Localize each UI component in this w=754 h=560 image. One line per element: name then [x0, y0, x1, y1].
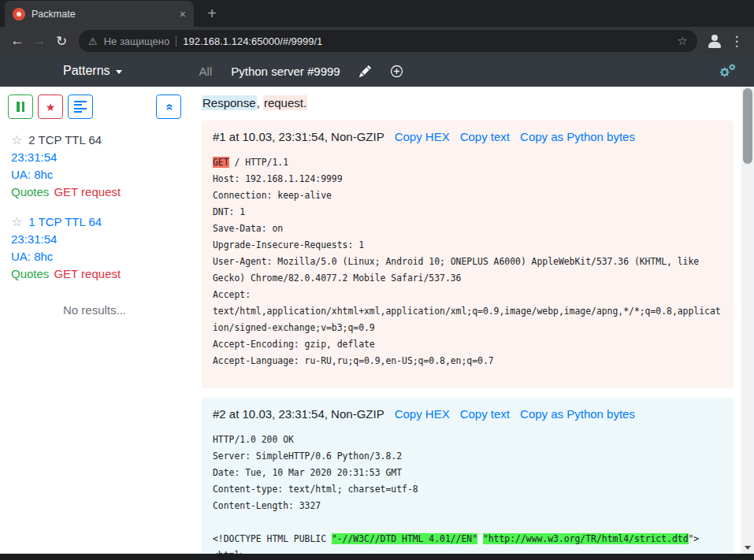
- legend-request: request.: [263, 95, 307, 110]
- packet-body: GET / HTTP/1.1 Host: 192.168.1.124:9999 …: [213, 154, 724, 369]
- copy-action-link[interactable]: Copy HEX: [395, 406, 450, 422]
- pattern-match-green: "-//W3C//DTD HTML 4.01//EN": [332, 533, 477, 544]
- legend: Response, request.: [202, 95, 734, 111]
- pencil-icon: [359, 65, 371, 77]
- favorite-toggle-star-icon[interactable]: ☆: [11, 134, 22, 146]
- bookmark-star-icon[interactable]: ☆: [678, 34, 688, 48]
- triangle-down-icon: [745, 546, 751, 550]
- browser-window: Packmate × + ← → ↻ ⚠ Не защищено 192.168…: [0, 0, 754, 560]
- packet-body: HTTP/1.0 200 OK Server: SimpleHTTP/0.6 P…: [213, 432, 724, 554]
- settings-button[interactable]: [718, 63, 737, 79]
- not-secure-label[interactable]: Не защищено: [104, 35, 170, 47]
- copy-action-link[interactable]: Copy as Python bytes: [520, 406, 635, 422]
- copy-action-link[interactable]: Copy HEX: [395, 128, 450, 145]
- address-bar[interactable]: ⚠ Не защищено 192.168.1.124:65000/#/9999…: [79, 30, 697, 52]
- capture-title[interactable]: 2 TCP TTL 64: [28, 132, 102, 149]
- copy-action-link[interactable]: Copy text: [460, 406, 510, 422]
- service-tabs: All Python server #9999: [199, 65, 403, 78]
- capture-title-row: ☆1 TCP TTL 64: [11, 213, 178, 231]
- packet-card-request: #1 at 10.03, 23:31:54, Non-GZIPCopy HEXC…: [202, 121, 734, 388]
- scrollbar-thumb[interactable]: [743, 88, 752, 164]
- star-icon: ★: [46, 102, 56, 113]
- patterns-dropdown[interactable]: Patterns: [63, 64, 122, 78]
- collapse-sidebar-button[interactable]: »: [156, 95, 181, 119]
- sidebar: ★ » ☆2 TCP TTL 6423:31:54UA: 8hcQuotesGE…: [0, 87, 189, 554]
- scroll-down-button[interactable]: [741, 541, 754, 554]
- copy-action-link[interactable]: Copy text: [460, 128, 510, 145]
- forward-button[interactable]: →: [28, 30, 50, 52]
- scrollbar[interactable]: [741, 87, 754, 554]
- omnibox-divider: [176, 35, 176, 46]
- legend-separator: ,: [257, 96, 263, 109]
- capture-list: ☆2 TCP TTL 6423:31:54UA: 8hcQuotesGET re…: [0, 119, 189, 283]
- pattern-tag: GET request: [54, 185, 121, 198]
- back-button[interactable]: ←: [6, 30, 28, 52]
- url-text[interactable]: 192.168.1.124:65000/#/9999/1: [183, 35, 670, 47]
- capture-title[interactable]: 1 TCP TTL 64: [28, 213, 102, 231]
- edit-service-button[interactable]: [359, 65, 371, 77]
- packet-list: #1 at 10.03, 23:31:54, Non-GZIPCopy HEXC…: [202, 121, 734, 554]
- packet-head: #2 at 10.03, 23:31:54, Non-GZIPCopy HEXC…: [213, 406, 724, 422]
- tab-close-icon[interactable]: ×: [180, 9, 186, 20]
- avatar-icon: [707, 33, 722, 49]
- capture-time-link[interactable]: 23:31:54: [11, 149, 178, 166]
- packet-head: #1 at 10.03, 23:31:54, Non-GZIPCopy HEXC…: [213, 128, 724, 145]
- capture-list-item[interactable]: ☆2 TCP TTL 6423:31:54UA: 8hcQuotesGET re…: [11, 132, 178, 201]
- window-bottom-edge: [0, 554, 754, 560]
- list-icon: [74, 101, 87, 113]
- tab-current-service[interactable]: Python server #9999: [231, 65, 340, 78]
- favorite-toggle-star-icon[interactable]: ☆: [11, 216, 22, 228]
- packet-header-label: #1 at 10.03, 23:31:54, Non-GZIP: [213, 128, 384, 145]
- add-service-button[interactable]: [390, 65, 403, 78]
- pattern-tag: Quotes: [11, 267, 49, 280]
- browser-tab[interactable]: Packmate ×: [5, 1, 194, 27]
- sidebar-toolbar: ★ »: [0, 95, 189, 119]
- settings-gears-icon: [718, 63, 737, 79]
- capture-list-item[interactable]: ☆1 TCP TTL 6423:31:54UA: 8hcQuotesGET re…: [11, 213, 178, 283]
- reload-button[interactable]: ↻: [50, 30, 72, 52]
- capture-user-agent-link[interactable]: UA: 8hc: [11, 248, 178, 265]
- pattern-tag: Quotes: [11, 185, 49, 198]
- packet-header-label: #2 at 10.03, 23:31:54, Non-GZIP: [213, 406, 384, 422]
- double-chevron-up-icon: »: [162, 103, 175, 110]
- pattern-match-red: GET: [213, 157, 229, 168]
- browser-toolbar: ← → ↻ ⚠ Не защищено 192.168.1.124:65000/…: [0, 27, 754, 55]
- packet-card-response: #2 at 10.03, 23:31:54, Non-GZIPCopy HEXC…: [202, 398, 734, 554]
- pause-icon: [17, 102, 24, 112]
- not-secure-warning-icon[interactable]: ⚠: [88, 35, 98, 47]
- profile-button[interactable]: [704, 30, 726, 52]
- pattern-match-green: "http://www.w3.org/TR/html4/strict.dtd: [483, 533, 689, 544]
- pattern-tag: GET request: [54, 267, 121, 280]
- packet-view: Response, request. #1 at 10.03, 23:31:54…: [189, 87, 741, 554]
- copy-action-link[interactable]: Copy as Python bytes: [520, 128, 635, 145]
- caret-down-icon: [116, 70, 122, 74]
- new-tab-button[interactable]: +: [200, 2, 224, 25]
- capture-time-link[interactable]: 23:31:54: [11, 231, 178, 248]
- favorites-filter-button[interactable]: ★: [38, 95, 63, 119]
- pause-capture-button[interactable]: [8, 95, 33, 119]
- browser-menu-icon[interactable]: ⋮: [726, 30, 748, 52]
- list-view-button[interactable]: [68, 95, 93, 119]
- patterns-label: Patterns: [63, 64, 110, 78]
- no-results-label: No results...: [0, 303, 189, 317]
- legend-response: Response: [202, 95, 257, 110]
- capture-pattern-tags: QuotesGET request: [11, 265, 178, 283]
- plus-circle-icon: [390, 65, 403, 78]
- tab-strip: Packmate × +: [0, 0, 754, 27]
- packmate-favicon-icon: [13, 8, 25, 20]
- content-area: ★ » ☆2 TCP TTL 6423:31:54UA: 8hcQuotesGE…: [0, 87, 754, 554]
- tab-title: Packmate: [32, 9, 173, 20]
- app-navbar: Patterns All Python server #9999: [0, 55, 754, 87]
- capture-pattern-tags: QuotesGET request: [11, 184, 178, 201]
- capture-title-row: ☆2 TCP TTL 64: [11, 132, 178, 149]
- capture-user-agent-link[interactable]: UA: 8hc: [11, 166, 178, 184]
- tab-all-services[interactable]: All: [199, 65, 213, 78]
